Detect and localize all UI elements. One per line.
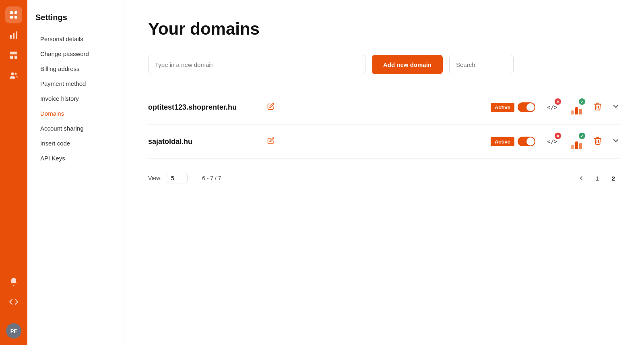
nav-icon-users[interactable] — [5, 67, 22, 84]
code-error-badge-2: ✕ — [555, 133, 561, 139]
code-icon-1[interactable]: </> ✕ — [545, 100, 559, 114]
svg-point-11 — [15, 73, 17, 75]
edit-domain-icon-1[interactable] — [267, 103, 275, 112]
expand-domain-icon-1[interactable] — [612, 102, 620, 112]
svg-rect-1 — [14, 11, 17, 14]
sidebar-item-domains[interactable]: Domains — [35, 106, 116, 121]
pagination-range: 6 - 7 / 7 — [202, 175, 221, 181]
expand-domain-icon-2[interactable] — [612, 137, 620, 147]
svg-rect-8 — [10, 56, 13, 59]
add-domain-button[interactable]: Add new domain — [372, 55, 443, 74]
analytics-check-badge-1: ✓ — [579, 98, 585, 105]
toggle-1[interactable] — [518, 102, 535, 112]
toggle-label-1: Active — [491, 103, 514, 112]
view-label: View: — [148, 175, 162, 181]
nav-icon-layout[interactable] — [5, 47, 22, 64]
delete-domain-icon-1[interactable] — [593, 102, 602, 113]
edit-domain-icon-2[interactable] — [267, 137, 275, 146]
svg-rect-0 — [10, 11, 13, 14]
sidebar-item-billing-address[interactable]: Billing address — [35, 62, 116, 76]
nav-icon-bell[interactable] — [5, 273, 22, 290]
toggle-wrap-2[interactable]: Active — [491, 137, 535, 146]
pagination-prev-button[interactable] — [575, 172, 588, 185]
sidebar-item-payment-method[interactable]: Payment method — [35, 77, 116, 91]
toggle-2[interactable] — [518, 137, 535, 146]
settings-sidebar: Settings Personal detailsChange password… — [27, 0, 124, 345]
toggle-wrap-1[interactable]: Active — [491, 102, 535, 112]
domain-name-1: optitest123.shoprenter.hu — [148, 103, 261, 112]
nav-bar: PF — [0, 0, 27, 345]
sidebar-item-account-sharing[interactable]: Account sharing — [35, 121, 116, 135]
analytics-icon-2[interactable]: ✓ — [569, 134, 584, 149]
domain-input-row: Add new domain — [148, 55, 620, 74]
code-error-badge-1: ✕ — [555, 98, 561, 105]
nav-icon-chart[interactable] — [5, 27, 22, 44]
main-content: Your domains Add new domain optitest123.… — [124, 0, 644, 345]
domain-actions-2: Active </> ✕ ✓ — [491, 134, 620, 149]
sidebar-item-invoice-history[interactable]: Invoice history — [35, 91, 116, 106]
svg-rect-9 — [14, 56, 17, 59]
domain-row-1: optitest123.shoprenter.hu Active </> ✕ ✓ — [148, 90, 620, 125]
svg-rect-7 — [10, 52, 17, 54]
sidebar-item-personal-details[interactable]: Personal details — [35, 32, 116, 46]
nav-icon-grid[interactable] — [5, 6, 22, 23]
nav-icon-code[interactable] — [5, 293, 22, 310]
sidebar-item-change-password[interactable]: Change password — [35, 47, 116, 61]
analytics-icon-1[interactable]: ✓ — [569, 100, 584, 114]
svg-rect-5 — [13, 33, 14, 39]
pagination-row: View: 5 10 20 6 - 7 / 7 12 — [148, 172, 620, 185]
delete-domain-icon-2[interactable] — [593, 136, 602, 147]
view-select[interactable]: 5 10 20 — [167, 173, 188, 183]
sidebar-item-insert-code[interactable]: Insert code — [35, 136, 116, 150]
pagination-controls: 12 — [575, 172, 620, 185]
pagination-page-2[interactable]: 2 — [607, 172, 620, 185]
pagination-page-1[interactable]: 1 — [591, 172, 604, 185]
analytics-check-badge-2: ✓ — [579, 133, 585, 139]
domain-name-2: sajatoldal.hu — [148, 137, 261, 146]
svg-rect-3 — [14, 16, 17, 19]
svg-rect-2 — [10, 16, 13, 19]
user-avatar[interactable]: PF — [6, 323, 21, 339]
domain-list: optitest123.shoprenter.hu Active </> ✕ ✓… — [148, 90, 620, 159]
code-icon-2[interactable]: </> ✕ — [545, 134, 559, 149]
new-domain-input[interactable] — [148, 55, 365, 74]
svg-point-10 — [11, 73, 14, 75]
svg-rect-6 — [16, 31, 17, 39]
domain-row-2: sajatoldal.hu Active </> ✕ ✓ — [148, 125, 620, 159]
page-title: Your domains — [148, 19, 620, 39]
sidebar-item-api-keys[interactable]: API Keys — [35, 151, 116, 165]
svg-rect-4 — [10, 35, 12, 39]
sidebar-title: Settings — [35, 13, 116, 22]
domain-actions-1: Active </> ✕ ✓ — [491, 100, 620, 114]
search-input[interactable] — [449, 55, 514, 74]
toggle-label-2: Active — [491, 137, 514, 146]
